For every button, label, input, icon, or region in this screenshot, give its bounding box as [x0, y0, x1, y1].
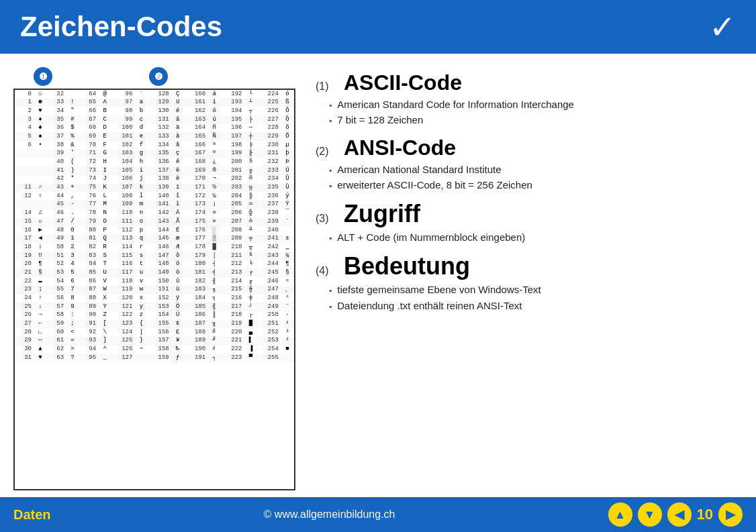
bullet-text: erweiterter ASCII-Code, 8 bit = 256 Zeic…: [337, 178, 743, 192]
table-row: 12♀44,76L108l140î172¼204╠236ý: [15, 192, 294, 201]
section-ansi: (2) ANSI-Code ▪ American National Standa…: [316, 136, 743, 193]
label-1: ❶: [34, 67, 52, 86]
footer-nav-label: Daten: [13, 507, 51, 523]
table-row: 20¶52484T116t148ö180┤212╘244¶: [15, 260, 294, 269]
section-2-title: ANSI-Code: [344, 136, 456, 160]
bullet-text: 7 bit = 128 Zeichen: [337, 113, 743, 127]
bullet-text: Dateiendung .txt enthält reinen ANSI-Tex…: [337, 299, 743, 313]
bullet-arrow-icon: ▪: [329, 301, 332, 312]
section-1-number: (1): [316, 81, 336, 93]
main-content: ❶ ❷ 0☺32 64@96`128Ç160á192└224ó1☻33!65A9…: [0, 54, 756, 497]
table-row: 26→58:90Z122z154Ü186║218┌250·: [15, 311, 294, 320]
section-3-number: (3): [316, 213, 336, 225]
table-row: 5♠37%69E101e133à165Ñ197┼229Õ: [15, 132, 294, 141]
bullet-item: ▪ erweiterter ASCII-Code, 8 bit = 256 Ze…: [329, 178, 743, 192]
bullet-item: ▪ ALT + Code (im Nummernblock eingeben): [329, 231, 743, 244]
header: Zeichen-Codes ✓: [0, 0, 756, 54]
table-row: 27←59;91[123{155¢187╗219█251¹: [15, 320, 294, 329]
table-row: 1☻33!65A97a129ü161í193┴225ß: [15, 99, 294, 107]
nav-forward-button[interactable]: ▶: [718, 502, 743, 527]
table-row: 21§53585U117u149ò181╡213╒245§: [15, 268, 294, 277]
section-3-bullets: ▪ ALT + Code (im Nummernblock eingeben): [329, 231, 743, 244]
table-row: 24↑56888X120x152ÿ184╕216╪248°: [15, 295, 294, 303]
ascii-table: 0☺32 64@96`128Ç160á192└224ó1☻33!65A97a12…: [15, 90, 294, 362]
table-row: 23↨55787W119w151ù183╖215╫247¸: [15, 286, 294, 295]
table-row: 19‼51383S115s147ô179│211╙243¾: [15, 252, 294, 260]
table-row: 18↕50282R114r146Æ178▓210╥242‗: [15, 243, 294, 252]
table-row: 30▲62>94^126~158₧190╛222▐254■: [15, 345, 294, 354]
section-ascii: (1) ASCII-Code ▪ American Standard Code …: [316, 70, 743, 127]
section-bedeutung-header: (4) Bedeutung: [316, 252, 743, 280]
right-panel: (1) ASCII-Code ▪ American Standard Code …: [316, 67, 743, 490]
table-row: 41)73I105i137ë169®201╔233Ú: [15, 166, 294, 175]
section-2-number: (2): [316, 146, 336, 158]
bullet-text: American National Standard Institute: [337, 163, 743, 176]
table-row: 29↔61=93]125}157¥189╜221▌253²: [15, 337, 294, 345]
table-row: 15☼47/79O111o143Å175»207╧239´: [15, 217, 294, 226]
section-ascii-header: (1) ASCII-Code: [316, 70, 743, 95]
table-row: 40(72H104h136ê168¿200╚232Þ: [15, 158, 294, 167]
bullet-item: ▪ American Standard Code for Information…: [329, 98, 743, 111]
section-1-bullets: ▪ American Standard Code for Information…: [329, 98, 743, 127]
page-title: Zeichen-Codes: [20, 11, 222, 43]
bullet-text: American Standard Code for Information I…: [337, 98, 743, 111]
section-4-bullets: ▪ tiefste gemeinsame Ebene von Windows-T…: [329, 283, 743, 313]
table-row: 22▬54686V118v150û182╢214╓246÷: [15, 277, 294, 286]
table-row: 3♦35#67C99c131â163ú195├227Ò: [15, 115, 294, 124]
ascii-table-wrapper: 0☺32 64@96`128Ç160á192└224ó1☻33!65A97a12…: [13, 89, 295, 490]
bullet-item: ▪ tiefste gemeinsame Ebene von Windows-T…: [329, 283, 743, 297]
table-row: 16▶48080P112p144É176░208╨240­: [15, 226, 294, 235]
nav-back-button[interactable]: ◀: [667, 502, 692, 527]
table-row: 17◀49181Q113q145æ177▒209╤241±: [15, 235, 294, 244]
table-row: 2♥34"66B98b130é162ó194┬226Ô: [15, 107, 294, 115]
section-ansi-header: (2) ANSI-Code: [316, 136, 743, 160]
bullet-item: ▪ Dateiendung .txt enthält reinen ANSI-T…: [329, 299, 743, 313]
footer: Daten © www.allgemeinbildung.ch ▲ ▼ ◀ 10…: [0, 497, 756, 532]
nav-down-button[interactable]: ▼: [638, 502, 662, 527]
section-2-bullets: ▪ American National Standard Institute ▪…: [329, 163, 743, 193]
footer-right: ▲ ▼ ◀ 10 ▶: [608, 502, 743, 527]
table-row: 25↓57989Y121y153Ö185╣217┘249¨: [15, 303, 294, 311]
footer-copyright: © www.allgemeinbildung.ch: [264, 509, 395, 521]
left-panel: ❶ ❷ 0☺32 64@96`128Ç160á192└224ó1☻33!65A9…: [13, 67, 295, 490]
page-number: 10: [697, 506, 713, 523]
table-row: 39'71G103g135ç167º199╟231þ: [15, 150, 294, 158]
table-row: 45-77M109m141ì173¡205═237Ý: [15, 201, 294, 209]
section-4-title: Bedeutung: [344, 252, 470, 280]
bullet-arrow-icon: ▪: [329, 285, 332, 296]
bullet-item: ▪ American National Standard Institute: [329, 163, 743, 176]
bullet-item: ▪ 7 bit = 128 Zeichen: [329, 113, 743, 127]
section-1-title: ASCII-Code: [344, 70, 462, 95]
table-row: 14♫46.78N110n142Ä174«206╬238¯: [15, 209, 294, 218]
table-row: 31▼63?95_127159ƒ191┐223▀255: [15, 354, 294, 362]
bullet-arrow-icon: ▪: [329, 180, 332, 191]
bullet-arrow-icon: ▪: [329, 165, 332, 176]
section-bedeutung: (4) Bedeutung ▪ tiefste gemeinsame Ebene…: [316, 252, 743, 313]
section-3-title: Zugriff: [344, 200, 420, 228]
section-zugriff: (3) Zugriff ▪ ALT + Code (im Nummernbloc…: [316, 200, 743, 244]
table-row: 0☺32 64@96`128Ç160á192└224ó: [15, 90, 294, 99]
table-row: 28∟60<92\124|156£188╝220▄252³: [15, 328, 294, 337]
bullet-text: ALT + Code (im Nummernblock eingeben): [337, 231, 743, 244]
label-2: ❷: [149, 67, 168, 86]
bullet-arrow-icon: ▪: [329, 233, 332, 244]
checkmark-icon: ✓: [709, 8, 736, 46]
nav-up-button[interactable]: ▲: [608, 502, 632, 527]
bullet-arrow-icon: ▪: [329, 115, 332, 126]
bullet-text: tiefste gemeinsame Ebene von Windows-Tex…: [337, 283, 743, 297]
section-4-number: (4): [316, 265, 336, 277]
table-row: 11♂43+75K107k139ï171½203╦235Ù: [15, 184, 294, 193]
table-row: 42*74J106j138è170¬202╩234Û: [15, 175, 294, 184]
section-zugriff-header: (3) Zugriff: [316, 200, 743, 228]
table-row: 6•38&70F102f134å166ª198╞230µ: [15, 141, 294, 150]
table-labels: ❶ ❷: [13, 67, 295, 89]
table-row: 4♣36$68D100d132ä164ñ196─228õ: [15, 124, 294, 133]
bullet-arrow-icon: ▪: [329, 100, 332, 111]
